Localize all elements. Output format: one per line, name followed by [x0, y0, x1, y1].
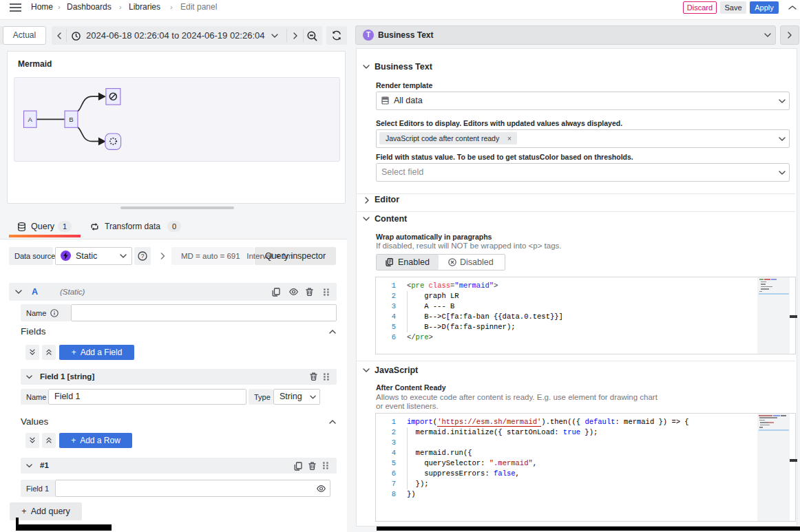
svg-text:?: ? [140, 253, 144, 259]
svg-text:B: B [69, 116, 73, 123]
svg-text:A: A [28, 116, 32, 123]
